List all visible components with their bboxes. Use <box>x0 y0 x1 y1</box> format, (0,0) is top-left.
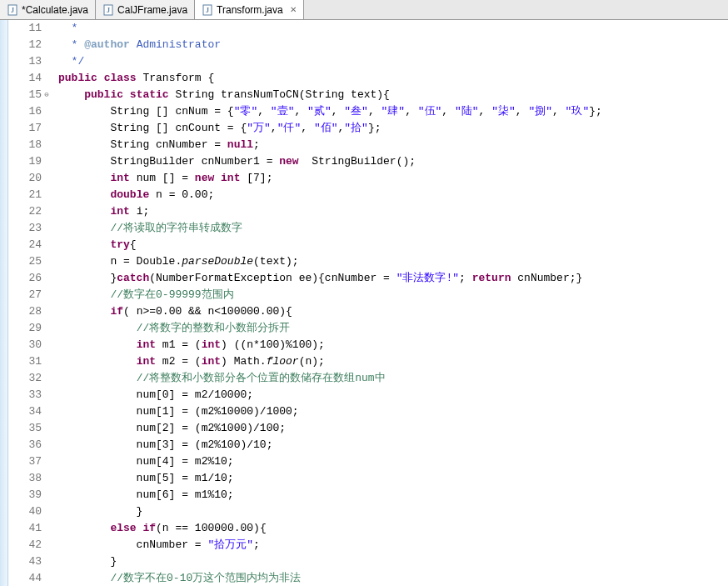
editor-pane: 1112131415⊖16171819202122232425262728293… <box>0 20 728 586</box>
code-line[interactable]: cnNumber = "拾万元"; <box>58 537 728 553</box>
line-number: 29 <box>18 320 50 337</box>
code-line[interactable]: num[2] = (m2%1000)/100; <box>58 420 728 437</box>
line-number: 41 <box>18 520 50 537</box>
code-line[interactable]: num[4] = m2%10; <box>58 453 728 470</box>
code-line[interactable]: } <box>58 503 728 520</box>
code-line[interactable]: StringBuilder cnNumber1 = new StringBuil… <box>58 153 728 170</box>
code-line[interactable]: String [] cnNum = {"零", "壹", "贰", "叁", "… <box>58 103 728 120</box>
code-line[interactable]: //将读取的字符串转成数字 <box>58 220 728 237</box>
code-line[interactable]: else if(n == 100000.00){ <box>58 520 728 537</box>
svg-text:J: J <box>107 7 110 14</box>
line-number: 19 <box>18 153 50 170</box>
line-number: 24 <box>18 237 50 253</box>
java-file-icon: J <box>7 4 18 16</box>
line-number: 32 <box>18 370 50 387</box>
line-number: 37 <box>18 453 50 470</box>
code-line[interactable]: * <box>58 20 728 37</box>
code-line[interactable]: int i; <box>58 203 728 220</box>
editor-tab[interactable]: JTransform.java✕ <box>195 0 304 19</box>
code-line[interactable]: int m1 = (int) ((n*100)%100); <box>58 337 728 353</box>
code-line[interactable]: } <box>58 553 728 570</box>
line-number: 35 <box>18 420 50 437</box>
line-number: 22 <box>18 203 50 220</box>
line-number: 39 <box>18 487 50 503</box>
line-number: 43 <box>18 553 50 570</box>
code-line[interactable]: * @author Administrator <box>58 37 728 53</box>
tab-label: Transform.java <box>217 4 283 16</box>
svg-text:J: J <box>11 7 14 14</box>
code-area[interactable]: * * @author Administrator */public class… <box>55 20 728 586</box>
code-line[interactable]: String [] cnCount = {"万","仟", "佰","拾"}; <box>58 120 728 137</box>
line-number: 20 <box>18 170 50 187</box>
code-line[interactable]: n = Double.parseDouble(text); <box>58 253 728 270</box>
line-number: 23 <box>18 220 50 237</box>
editor-tab[interactable]: JCalJFrame.java <box>96 0 195 19</box>
tab-label: CalJFrame.java <box>117 4 187 16</box>
line-number: 17 <box>18 120 50 137</box>
line-number: 31 <box>18 353 50 370</box>
line-number: 14 <box>18 70 50 87</box>
code-line[interactable]: try{ <box>58 237 728 253</box>
svg-text:J: J <box>206 7 209 14</box>
line-number: 26 <box>18 270 50 287</box>
tab-bar: J*Calculate.javaJCalJFrame.javaJTransfor… <box>0 0 728 20</box>
java-file-icon: J <box>102 4 114 16</box>
line-number: 30 <box>18 337 50 353</box>
line-number: 36 <box>18 437 50 453</box>
line-number: 34 <box>18 403 50 420</box>
editor-tab[interactable]: J*Calculate.java <box>0 0 96 19</box>
code-line[interactable]: //将数字的整数和小数部分拆开 <box>58 320 728 337</box>
line-number: 33 <box>18 387 50 403</box>
line-number: 27 <box>18 287 50 303</box>
line-number: 21 <box>18 187 50 203</box>
code-line[interactable]: //数字在0-99999范围内 <box>58 287 728 303</box>
line-number: 13 <box>18 53 50 70</box>
code-line[interactable]: */ <box>58 53 728 70</box>
code-line[interactable]: public class Transform { <box>58 70 728 87</box>
line-number: 25 <box>18 253 50 270</box>
fold-marker[interactable]: ⊖ <box>43 87 50 103</box>
left-ruler <box>0 20 8 586</box>
close-icon[interactable]: ✕ <box>290 5 297 14</box>
line-number: 12 <box>18 37 50 53</box>
code-line[interactable]: num[0] = m2/10000; <box>58 387 728 403</box>
code-line[interactable]: if( n>=0.00 && n<100000.00){ <box>58 303 728 320</box>
code-line[interactable]: String cnNumber = null; <box>58 137 728 153</box>
code-line[interactable]: num[5] = m1/10; <box>58 470 728 487</box>
code-line[interactable]: }catch(NumberFormatException ee){cnNumbe… <box>58 270 728 287</box>
java-file-icon: J <box>202 4 213 16</box>
tab-label: *Calculate.java <box>22 4 88 16</box>
code-line[interactable]: double n = 0.00; <box>58 187 728 203</box>
code-line[interactable]: //数字不在0-10万这个范围内均为非法 <box>58 570 728 586</box>
code-line[interactable]: num[6] = m1%10; <box>58 487 728 503</box>
line-number: 38 <box>18 470 50 487</box>
line-number: 18 <box>18 137 50 153</box>
line-number: 44 <box>18 570 50 586</box>
line-number: 28 <box>18 303 50 320</box>
line-number-gutter: 1112131415⊖16171819202122232425262728293… <box>8 20 55 586</box>
code-line[interactable]: public static String transNumToCN(String… <box>58 87 728 103</box>
line-number: 40 <box>18 503 50 520</box>
code-line[interactable]: num[1] = (m2%10000)/1000; <box>58 403 728 420</box>
code-line[interactable]: //将整数和小数部分各个位置的数储存在数组num中 <box>58 370 728 387</box>
code-line[interactable]: int num [] = new int [7]; <box>58 170 728 187</box>
line-number: 11 <box>18 20 50 37</box>
line-number: 16 <box>18 103 50 120</box>
line-number: 15⊖ <box>18 87 50 103</box>
line-number: 42 <box>18 537 50 553</box>
code-line[interactable]: int m2 = (int) Math.floor(n); <box>58 353 728 370</box>
code-line[interactable]: num[3] = (m2%100)/10; <box>58 437 728 453</box>
